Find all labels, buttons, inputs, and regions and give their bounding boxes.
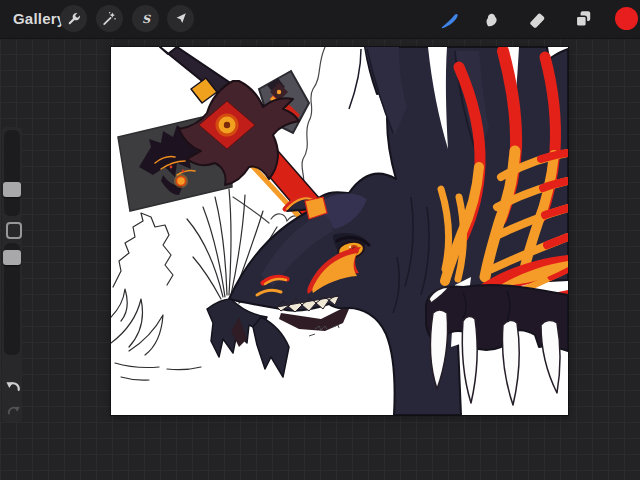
- svg-text:S: S: [141, 11, 150, 25]
- color-swatch[interactable]: [615, 7, 638, 30]
- modify-button[interactable]: [6, 222, 22, 239]
- transform-arrow-icon: [172, 10, 189, 27]
- erase-tool-button[interactable]: [523, 5, 551, 33]
- gallery-button[interactable]: Gallery: [13, 10, 65, 27]
- redo-arrow-icon: [5, 403, 22, 420]
- adjustments-button[interactable]: [96, 5, 123, 32]
- drawing-canvas[interactable]: [111, 47, 568, 415]
- app-window: Gallery S: [0, 0, 640, 480]
- layers-button[interactable]: [569, 5, 597, 33]
- brush-icon: [438, 7, 462, 31]
- smudge-tool-button[interactable]: [477, 5, 505, 33]
- eraser-icon: [526, 8, 549, 31]
- smudge-finger-icon: [480, 8, 503, 31]
- magic-wand-icon: [101, 10, 118, 27]
- actions-button[interactable]: [60, 5, 87, 32]
- selection-button[interactable]: S: [132, 5, 159, 32]
- undo-button[interactable]: [2, 377, 24, 397]
- top-toolbar: Gallery S: [0, 0, 640, 38]
- wrench-icon: [65, 10, 82, 27]
- transform-button[interactable]: [167, 5, 194, 32]
- undo-arrow-icon: [4, 378, 23, 397]
- brush-sidebar: [2, 127, 22, 422]
- brush-size-slider[interactable]: [4, 130, 20, 216]
- artwork: [111, 47, 568, 415]
- brush-size-slider-handle[interactable]: [3, 182, 21, 197]
- brush-opacity-slider-handle[interactable]: [3, 250, 21, 265]
- paint-tool-button[interactable]: [436, 5, 464, 33]
- selection-s-icon: S: [137, 10, 155, 28]
- redo-button[interactable]: [2, 401, 24, 421]
- layers-icon: [572, 8, 595, 31]
